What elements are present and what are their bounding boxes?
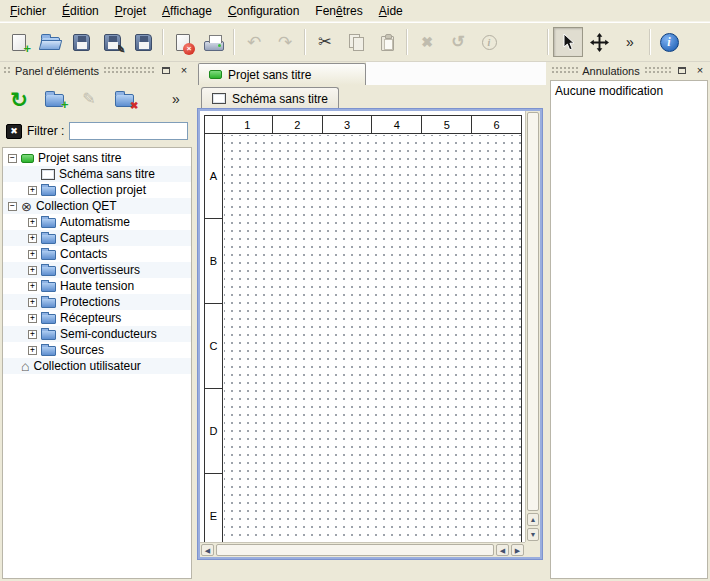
reload-collections-button[interactable]: ↻ <box>6 86 32 112</box>
open-project-button[interactable] <box>35 27 65 57</box>
copy-button[interactable] <box>341 27 371 57</box>
new-element-button[interactable]: + <box>41 86 67 112</box>
menu-item-edition[interactable]: Édition <box>54 0 107 21</box>
delete-icon: ✖ <box>421 35 433 49</box>
diagram-canvas[interactable]: 1 2 3 4 5 6 A B C D E <box>200 111 525 542</box>
save-button[interactable] <box>66 27 96 57</box>
folder-icon <box>41 234 56 244</box>
refresh-icon: ↻ <box>10 89 28 110</box>
arrow-left-icon: ◀ <box>500 547 505 554</box>
expand-expander-icon[interactable]: + <box>28 234 37 243</box>
float-panel-button[interactable] <box>675 64 689 77</box>
tree-item-contacts[interactable]: + Contacts <box>3 246 191 262</box>
toolbar-separator <box>649 29 651 55</box>
close-project-button[interactable]: × <box>168 27 198 57</box>
tree-item-capteurs[interactable]: + Capteurs <box>3 230 191 246</box>
menu-item-fenetres[interactable]: Fenêtres <box>307 0 370 21</box>
tree-item-collection-utilisateur[interactable]: ⌂ Collection utilisateur <box>3 358 191 374</box>
collapse-expander-icon[interactable]: − <box>8 154 17 163</box>
scroll-right-button[interactable]: ▶ <box>511 544 524 556</box>
tree-item-automatisme[interactable]: + Automatisme <box>3 214 191 230</box>
select-tool-button[interactable] <box>553 27 583 57</box>
row-header: C <box>205 304 223 389</box>
filter-input[interactable] <box>69 122 188 140</box>
edit-element-button[interactable]: ✎ <box>76 86 102 112</box>
save-all-button[interactable] <box>128 27 158 57</box>
tree-item-collection-qet[interactable]: − ⊗ Collection QET <box>3 198 191 214</box>
float-panel-button[interactable] <box>159 64 173 77</box>
qet-collection-icon: ⊗ <box>21 200 32 213</box>
new-project-button[interactable]: + <box>4 27 34 57</box>
scroll-left-button[interactable]: ◀ <box>201 544 214 556</box>
close-panel-button[interactable]: × <box>177 64 191 77</box>
column-header: 6 <box>472 116 521 133</box>
tree-item-protections[interactable]: + Protections <box>3 294 191 310</box>
scroll-up-button[interactable]: ▲ <box>527 513 539 526</box>
undo-panel-titlebar[interactable]: Annulations × <box>548 62 710 79</box>
menu-item-affichage[interactable]: Affichage <box>154 0 220 21</box>
expand-expander-icon[interactable]: + <box>28 186 37 195</box>
scroll-left-button-2[interactable]: ◀ <box>496 544 509 556</box>
collapse-expander-icon[interactable]: − <box>8 202 17 211</box>
horizontal-scrollbar-thumb[interactable] <box>216 544 494 556</box>
horizontal-scrollbar[interactable]: ◀ ◀ ▶ <box>200 542 525 557</box>
tree-item-semi-conducteurs[interactable]: + Semi-conducteurs <box>3 326 191 342</box>
undo-icon: ↶ <box>247 34 261 51</box>
redo-button[interactable]: ↷ <box>270 27 300 57</box>
tree-item-label: Contacts <box>60 246 107 262</box>
expand-expander-icon[interactable]: + <box>28 314 37 323</box>
arrow-down-icon: ▼ <box>530 531 537 538</box>
menubar: Fichier Édition Projet Affichage Configu… <box>0 0 710 22</box>
scroll-down-button[interactable]: ▼ <box>527 528 539 541</box>
tree-item-schema-sans-titre[interactable]: Schéma sans titre <box>3 166 191 182</box>
menu-item-aide[interactable]: Aide <box>371 0 411 21</box>
expand-expander-icon[interactable]: + <box>28 298 37 307</box>
vertical-scrollbar[interactable]: ▲ ▼ <box>525 111 540 542</box>
delete-button[interactable]: ✖ <box>412 27 442 57</box>
save-as-button[interactable]: ✎ <box>97 27 127 57</box>
diagram-grid-dots <box>224 135 521 542</box>
tab-schema-sans-titre[interactable]: Schéma sans titre <box>201 87 339 109</box>
menu-item-configuration[interactable]: Configuration <box>220 0 307 21</box>
column-header: 1 <box>223 116 273 133</box>
tree-item-projet-sans-titre[interactable]: − Projet sans titre <box>3 150 191 166</box>
vertical-scrollbar-thumb[interactable] <box>527 112 539 511</box>
tab-projet-sans-titre[interactable]: Projet sans titre <box>198 63 366 85</box>
mdi-area: Schéma sans titre 1 2 3 4 5 6 A B <box>196 85 546 581</box>
about-button[interactable]: i <box>654 27 684 57</box>
diagram-row-headers: A B C D E <box>205 134 223 542</box>
tree-item-convertisseurs[interactable]: + Convertisseurs <box>3 262 191 278</box>
expand-expander-icon[interactable]: + <box>28 250 37 259</box>
tree-item-haute-tension[interactable]: + Haute tension <box>3 278 191 294</box>
undo-button[interactable]: ↶ <box>239 27 269 57</box>
expand-expander-icon[interactable]: + <box>28 218 37 227</box>
expand-expander-icon[interactable]: + <box>28 330 37 339</box>
tree-item-recepteurs[interactable]: + Récepteurs <box>3 310 191 326</box>
expand-expander-icon[interactable]: + <box>28 282 37 291</box>
folder-icon <box>41 314 56 324</box>
toolbar-overflow-button[interactable]: » <box>615 27 645 57</box>
menu-item-fichier[interactable]: Fichier <box>2 0 54 21</box>
elements-panel-titlebar[interactable]: Panel d'éléments × <box>0 62 194 79</box>
dock-grip <box>3 66 11 75</box>
cut-button[interactable]: ✂ <box>310 27 340 57</box>
delete-element-button[interactable]: ✖ <box>111 86 137 112</box>
tree-item-sources[interactable]: + Sources <box>3 342 191 358</box>
move-tool-button[interactable] <box>584 27 614 57</box>
element-info-button[interactable]: i <box>474 27 504 57</box>
expand-expander-icon[interactable]: + <box>28 266 37 275</box>
tree-item-collection-projet[interactable]: + Collection projet <box>3 182 191 198</box>
panel-overflow-button[interactable]: » <box>166 86 186 112</box>
chevrons-right-icon: » <box>172 92 180 106</box>
folder-icon <box>41 282 56 292</box>
menu-item-projet[interactable]: Projet <box>107 0 154 21</box>
rotate-button[interactable]: ↺ <box>443 27 473 57</box>
clear-filter-button[interactable]: ✖ <box>6 124 22 139</box>
paste-button[interactable] <box>372 27 402 57</box>
print-button[interactable] <box>199 27 229 57</box>
arrow-right-icon: ▶ <box>515 547 520 554</box>
filter-label: Filtrer : <box>27 124 64 138</box>
expand-expander-icon[interactable]: + <box>28 346 37 355</box>
close-panel-button[interactable]: × <box>693 64 707 77</box>
undo-empty-message[interactable]: Aucune modification <box>555 84 703 98</box>
